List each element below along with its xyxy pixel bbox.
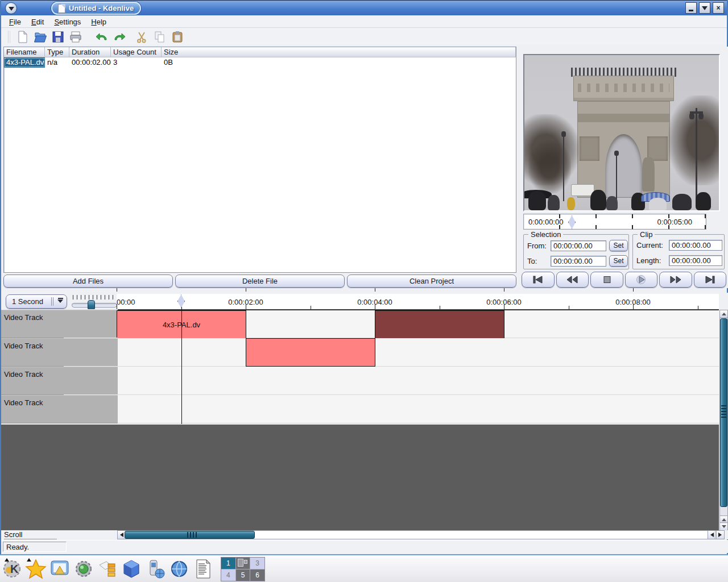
timeline-clip[interactable] <box>246 338 375 367</box>
set-from-button[interactable]: Set <box>609 240 628 251</box>
clip-group: Clip Current: 00:00:00.00 Length: 00:00:… <box>632 234 725 269</box>
kmail-button[interactable] <box>96 557 119 581</box>
skip-to-end-button[interactable] <box>694 272 727 288</box>
column-header-type[interactable]: Type <box>45 47 69 57</box>
k-menu-button[interactable]: K <box>0 557 24 581</box>
close-button[interactable]: × <box>713 2 724 14</box>
text-editor-button[interactable] <box>191 557 215 581</box>
timeline-section: 1 Second 00:000:00:02:000:00:04:000:00:0… <box>1 293 728 539</box>
scroll-right-button[interactable] <box>716 531 724 539</box>
applet-handle-icon[interactable] <box>27 556 31 562</box>
clip-length-field[interactable]: 00:00:00.00 <box>669 255 722 266</box>
video-preview <box>523 54 720 211</box>
horizontal-scroll-thumb[interactable] <box>125 531 255 539</box>
scroll-left-button-2[interactable] <box>708 531 715 539</box>
monitor-time-end: 0:00:05:00 <box>657 218 692 226</box>
pager-desktop-6[interactable]: 6 <box>250 569 264 581</box>
toolbar-handle[interactable] <box>8 31 11 43</box>
file-cell: 3 <box>111 57 162 68</box>
cut-icon[interactable] <box>135 30 149 44</box>
rewind-button[interactable] <box>556 272 589 288</box>
track-lane[interactable] <box>118 338 719 367</box>
timeline-tracks: Video Track4x3-PAL.dvVideo TrackVideo Tr… <box>1 310 719 423</box>
monitor-ruler[interactable]: 0:00:00:00 0:00:05:00 <box>523 214 706 230</box>
maximize-icon <box>702 6 708 13</box>
column-header-filename[interactable]: Filename <box>4 47 45 57</box>
selection-group: Selection From: 00:00:00.00 Set To: 00:0… <box>523 234 629 269</box>
ruler-label: 00:00 <box>117 298 135 306</box>
pager-desktop-5[interactable]: 5 <box>236 569 250 581</box>
menu-edit[interactable]: Edit <box>27 16 48 27</box>
desktop-settings-button[interactable] <box>48 557 72 581</box>
fast-forward-button[interactable] <box>659 272 692 288</box>
selection-group-title: Selection <box>528 230 563 239</box>
add-files-button[interactable]: Add Files <box>3 275 173 288</box>
column-header-duration[interactable]: Duration <box>69 47 111 57</box>
menu-settings[interactable]: Settings <box>49 16 85 27</box>
copy-icon[interactable] <box>153 30 167 44</box>
timeline-clip[interactable] <box>375 310 504 339</box>
paste-icon[interactable] <box>171 30 184 44</box>
open-folder-icon[interactable] <box>34 30 47 44</box>
column-header-usage-count[interactable]: Usage Count <box>111 47 162 57</box>
pager-desktop-4[interactable]: 4 <box>221 569 235 581</box>
column-header-size[interactable]: Size <box>162 47 516 57</box>
konqueror-gear-button[interactable] <box>72 557 96 581</box>
scroll-up-button[interactable] <box>720 310 727 318</box>
timeline-horizontal-scrollbar[interactable] <box>117 530 725 539</box>
desktop-pager: 13456 <box>221 557 265 581</box>
track-header[interactable]: Video Track <box>1 310 118 338</box>
minimize-icon <box>689 10 693 11</box>
minimize-button[interactable] <box>685 2 697 14</box>
selection-to-field[interactable]: 00:00:00.00 <box>551 256 606 267</box>
maximize-button[interactable] <box>699 2 710 14</box>
svg-text:K: K <box>10 563 19 575</box>
vertical-scroll-thumb[interactable] <box>720 318 727 507</box>
menu-file[interactable]: File <box>5 16 26 27</box>
delete-file-button[interactable]: Delete File <box>175 275 345 288</box>
track-lane[interactable]: 4x3-PAL.dv <box>118 310 719 338</box>
selection-from-field[interactable]: 00:00:00.00 <box>551 240 606 251</box>
stop-button[interactable] <box>590 272 623 288</box>
applet-handle-icon[interactable] <box>5 556 9 562</box>
window-menu-button[interactable] <box>5 2 17 14</box>
pager-desktop-2[interactable] <box>236 558 250 569</box>
current-label: Current: <box>636 241 666 250</box>
track-header[interactable]: Video Track <box>1 395 118 423</box>
clip-current-field[interactable]: 00:00:00.00 <box>669 240 722 251</box>
kdevelop-cube-button[interactable] <box>119 557 143 581</box>
kdenlive-window: Untitled - Kdenlive × FileEditSettingsHe… <box>0 0 728 554</box>
monitor-panel: 0:00:00:00 0:00:05:00 Selection From: 00… <box>520 47 728 288</box>
title-bar[interactable]: Untitled - Kdenlive × <box>1 0 727 15</box>
print-icon[interactable] <box>69 30 82 44</box>
main-toolbar <box>1 28 727 45</box>
zoom-slider[interactable] <box>72 295 117 309</box>
play-button[interactable] <box>625 272 658 288</box>
file-cell: 0B <box>162 57 516 68</box>
scroll-up-button-2[interactable] <box>720 516 727 523</box>
timescale-combobox[interactable]: 1 Second <box>6 294 67 309</box>
status-text: Ready. <box>3 542 67 552</box>
kppp-phone-button[interactable] <box>143 557 167 581</box>
clean-project-button[interactable]: Clean Project <box>347 275 516 288</box>
timeline-vertical-scrollbar[interactable] <box>719 310 728 531</box>
track-header[interactable]: Video Track <box>1 367 118 395</box>
skip-to-start-button[interactable] <box>522 272 555 288</box>
new-document-icon[interactable] <box>16 30 30 44</box>
undo-icon[interactable] <box>95 30 109 44</box>
menu-help[interactable]: Help <box>86 16 111 27</box>
file-row[interactable]: 4x3-PAL.dvn/a00:00:02.0030B <box>4 57 516 68</box>
track-lane[interactable] <box>118 395 719 423</box>
timeline-ruler[interactable]: 00:000:00:02:000:00:04:000:00:06:000:00:… <box>117 294 719 310</box>
project-file-list[interactable]: FilenameTypeDurationUsage CountSize 4x3-… <box>3 47 516 273</box>
combobox-grip <box>51 297 54 306</box>
pager-desktop-3[interactable]: 3 <box>250 558 264 569</box>
web-browser-button[interactable] <box>167 557 191 581</box>
track-header[interactable]: Video Track <box>1 338 118 367</box>
file-list-body: 4x3-PAL.dvn/a00:00:02.0030B <box>4 57 516 68</box>
set-to-button[interactable]: Set <box>609 255 628 267</box>
track-lane[interactable] <box>118 367 719 395</box>
redo-icon[interactable] <box>113 30 126 44</box>
save-icon[interactable] <box>51 30 65 44</box>
pager-desktop-1[interactable]: 1 <box>221 558 235 569</box>
